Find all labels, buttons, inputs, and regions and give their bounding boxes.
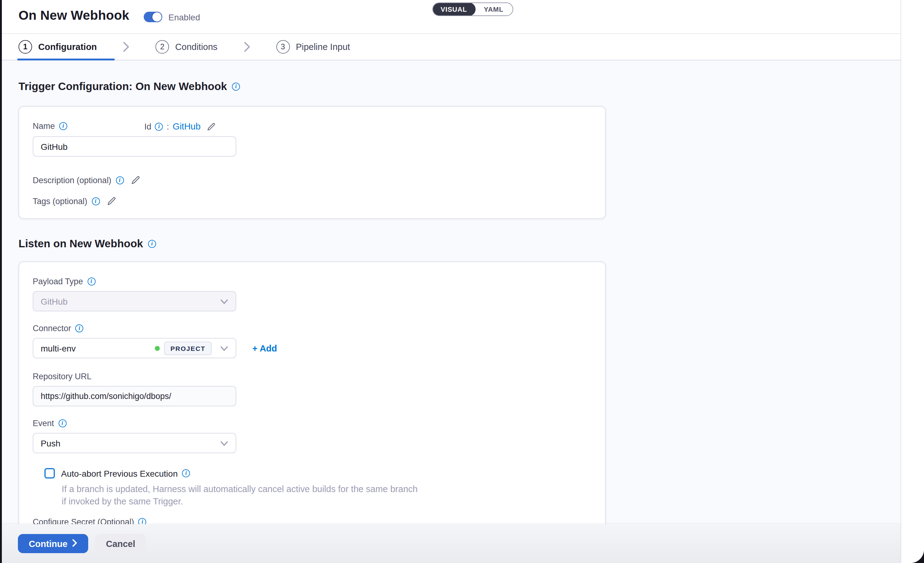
- toggle-knob: [152, 12, 162, 22]
- auto-abort-checkbox[interactable]: [44, 468, 55, 479]
- trigger-config-heading: Trigger Configuration: On New Webhook i: [18, 80, 240, 93]
- info-icon[interactable]: i: [182, 469, 190, 477]
- enabled-toggle[interactable]: [144, 12, 162, 22]
- step-number: 3: [276, 40, 290, 54]
- visual-yaml-toggle: VISUAL YAML: [432, 3, 513, 16]
- edit-icon[interactable]: [130, 175, 140, 185]
- chevron-down-icon: [220, 343, 228, 353]
- info-icon[interactable]: i: [75, 324, 84, 332]
- enabled-toggle-label: Enabled: [168, 12, 200, 22]
- right-rail: [900, 0, 924, 563]
- repo-url-input[interactable]: [33, 386, 236, 406]
- cancel-button[interactable]: Cancel: [95, 534, 146, 553]
- payload-type-label: Payload Type i: [33, 277, 591, 286]
- tags-row: Tags (optional) i: [33, 196, 591, 206]
- listen-heading: Listen on New Webhook i: [18, 237, 156, 250]
- trigger-config-card: Name i Id i : GitHub Descript: [18, 106, 606, 219]
- chevron-down-icon: [220, 296, 228, 306]
- page-title: On New Webhook: [18, 8, 129, 23]
- wizard-steps: 1 Configuration 2 Conditions 3 Pipeline …: [2, 34, 900, 60]
- repo-url-label: Repository URL: [33, 372, 591, 381]
- name-label: Name i: [33, 121, 67, 131]
- listen-card: Payload Type i GitHub Connector i multi-…: [18, 262, 606, 563]
- visual-tab[interactable]: VISUAL: [432, 3, 475, 16]
- info-icon[interactable]: i: [92, 197, 100, 205]
- chevron-right-icon: [243, 41, 250, 52]
- payload-type-select[interactable]: GitHub: [33, 291, 236, 311]
- id-label: Id: [144, 122, 152, 131]
- connector-select[interactable]: multi-env PROJECT: [33, 338, 236, 358]
- step-number: 2: [156, 40, 169, 54]
- header: On New Webhook Enabled VISUAL YAML: [2, 0, 900, 34]
- chevron-right-icon: [123, 41, 129, 52]
- tab-conditions[interactable]: 2 Conditions: [156, 40, 218, 54]
- chevron-down-icon: [220, 438, 228, 448]
- description-label: Description (optional): [33, 175, 111, 185]
- edit-icon[interactable]: [106, 196, 116, 206]
- info-icon[interactable]: i: [58, 419, 66, 427]
- id-row: Id i : GitHub: [144, 121, 216, 131]
- description-row: Description (optional) i: [33, 175, 591, 185]
- step-number: 1: [18, 40, 32, 54]
- trigger-wizard-window: On New Webhook Enabled VISUAL YAML 1 Con…: [2, 0, 924, 563]
- info-icon[interactable]: i: [116, 176, 124, 184]
- event-select[interactable]: Push: [33, 433, 236, 453]
- chevron-right-icon: [72, 539, 77, 548]
- edit-icon[interactable]: [207, 122, 216, 131]
- auto-abort-help: If a branch is updated, Harness will aut…: [62, 484, 591, 508]
- info-icon[interactable]: i: [59, 122, 67, 130]
- footer-bar: Continue Cancel: [2, 524, 900, 563]
- connector-value: multi-env: [41, 343, 76, 353]
- connector-label: Connector i: [33, 324, 591, 333]
- auto-abort-label: Auto-abort Previous Execution i: [61, 468, 190, 478]
- tab-pipeline-input[interactable]: 3 Pipeline Input: [276, 40, 350, 54]
- add-connector-button[interactable]: + Add: [252, 343, 277, 353]
- name-input[interactable]: [33, 136, 236, 157]
- continue-button[interactable]: Continue: [18, 534, 88, 553]
- tags-label: Tags (optional): [33, 196, 87, 206]
- info-icon[interactable]: i: [155, 123, 163, 130]
- id-value: GitHub: [173, 121, 201, 131]
- info-icon[interactable]: i: [87, 277, 95, 286]
- scope-badge: PROJECT: [164, 341, 212, 355]
- tab-configuration[interactable]: 1 Configuration: [18, 40, 97, 54]
- connector-status-icon: [155, 346, 160, 350]
- info-icon[interactable]: i: [232, 82, 240, 91]
- content-area: Trigger Configuration: On New Webhook i …: [2, 60, 900, 563]
- event-label: Event i: [33, 419, 591, 428]
- yaml-tab[interactable]: YAML: [475, 3, 513, 15]
- info-icon[interactable]: i: [148, 240, 156, 248]
